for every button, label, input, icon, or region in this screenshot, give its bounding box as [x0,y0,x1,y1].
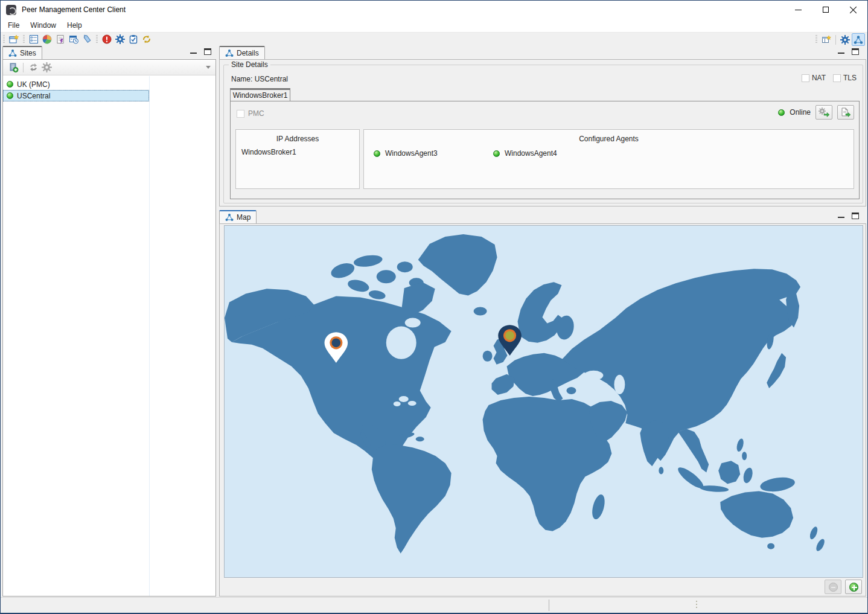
tls-checkbox-row: TLS [833,74,857,82]
dashboard-button[interactable] [40,33,54,46]
refresh-button[interactable] [140,33,153,46]
tasks-button[interactable] [127,33,140,46]
transfer-arrows-icon [28,62,39,72]
tab-map[interactable]: Map [219,210,257,223]
menu-file[interactable]: File [2,19,25,31]
gear-perspective-button[interactable] [838,33,852,46]
zoom-in-icon [849,583,858,592]
toolbar-grip [3,35,5,44]
transfer-button[interactable] [27,61,40,74]
ip-entry: WindowsBroker1 [241,148,296,156]
agent-item[interactable]: WindowsAgent4 [493,149,613,158]
tls-checkbox[interactable] [833,74,841,82]
tab-details[interactable]: Details [219,46,265,59]
tab-windowsbroker1[interactable]: WindowsBroker1 [230,88,290,101]
agent-status-icon [493,150,500,157]
app-window: Peer Management Center Client File Windo… [0,0,868,614]
maximize-button[interactable] [812,1,840,19]
map-zoom-in-button[interactable] [845,580,862,594]
network-triangle-icon [225,49,234,57]
world-map[interactable] [224,225,863,578]
menu-bar: File Window Help [1,19,867,32]
gear-arrow-icon [819,107,829,117]
add-site-icon [8,62,19,72]
minimize-view-icon[interactable] [190,51,197,54]
tag-icon [82,34,92,44]
export-file-icon [840,107,851,117]
toolbar-grip [815,35,817,44]
view-menu-chevron-icon[interactable] [206,66,211,69]
sites-panel: Sites [2,46,216,596]
broker-tab-label: WindowsBroker1 [233,91,288,100]
configured-agents-title: Configured Agents [364,135,854,143]
pmc-checkbox-row: PMC [237,109,264,118]
site-name-text: Name: USCentral [231,75,288,83]
close-button[interactable] [840,1,867,19]
configured-agents-box: Configured Agents WindowsAgent3 WindowsA… [363,129,854,189]
sites-toolbar [3,60,215,75]
sync-arrows-icon [142,34,152,44]
network-perspective-button[interactable] [852,33,865,46]
toolbar-grip [96,35,98,44]
menu-window[interactable]: Window [25,19,62,31]
ip-addresses-box: IP Addresses WindowsBroker1 [235,129,360,189]
event-log-button[interactable] [54,33,67,46]
map-panel: Map [219,210,866,596]
maximize-view-icon[interactable] [852,48,859,55]
site-row-uk[interactable]: UK (PMC) [3,78,149,90]
window-title: Peer Management Center Client [22,5,126,14]
agent-item[interactable]: WindowsAgent3 [374,149,493,158]
network-triangle-icon [225,213,234,222]
map-zoom-out-button[interactable] [825,580,841,594]
alert-icon [102,34,112,44]
minimize-view-icon[interactable] [838,215,844,218]
close-icon [850,6,857,13]
pie-sphere-icon [42,34,52,44]
maximize-view-icon[interactable] [204,48,211,55]
tls-label: TLS [843,74,857,82]
properties-form-icon [29,34,39,44]
properties-form-button[interactable] [27,33,40,46]
online-status-icon [778,109,785,116]
pmc-label: PMC [248,109,264,118]
tag-button[interactable] [80,33,94,46]
ip-addresses-title: IP Addresses [236,135,359,143]
site-details-group-title: Site Details [229,60,270,69]
tab-sites[interactable]: Sites [2,46,42,59]
details-tab-label: Details [237,49,259,57]
open-perspective-icon [822,35,831,45]
add-site-button[interactable] [7,61,20,74]
menu-help[interactable]: Help [62,19,88,31]
status-dot-icon [7,81,13,88]
broker-settings-button[interactable] [815,105,832,120]
broker-export-button[interactable] [837,105,854,120]
minimize-button[interactable] [784,1,812,19]
agent-label: WindowsAgent3 [385,149,438,158]
alerts-button[interactable] [100,33,113,46]
network-perspective-icon [854,35,863,45]
site-settings-button[interactable] [40,61,53,74]
zoom-out-icon [829,583,838,592]
event-log-icon [56,34,65,44]
details-panel: Details Site Details Name: USCentral NAT… [219,46,866,206]
agent-status-icon [374,150,380,157]
schedule-button[interactable] [67,33,80,46]
nat-checkbox-row: NAT [802,74,826,82]
maximize-view-icon[interactable] [852,213,859,219]
nat-checkbox[interactable] [802,74,809,82]
minimize-icon [795,10,802,10]
agent-label: WindowsAgent4 [505,149,557,158]
open-perspective-button[interactable] [820,33,833,46]
site-row-uscentral[interactable]: USCentral [3,90,149,101]
settings-button[interactable] [113,33,127,46]
title-bar: Peer Management Center Client [1,1,867,19]
new-window-button[interactable] [7,33,21,46]
status-separator [549,600,549,611]
tasks-clipboard-icon [129,34,138,44]
minimize-view-icon[interactable] [838,51,844,54]
sites-tab-label: Sites [20,49,36,57]
status-dot-icon [7,92,13,99]
pmc-checkbox[interactable] [237,110,244,118]
gear-icon [42,62,52,72]
toolbar-separator [23,63,24,72]
